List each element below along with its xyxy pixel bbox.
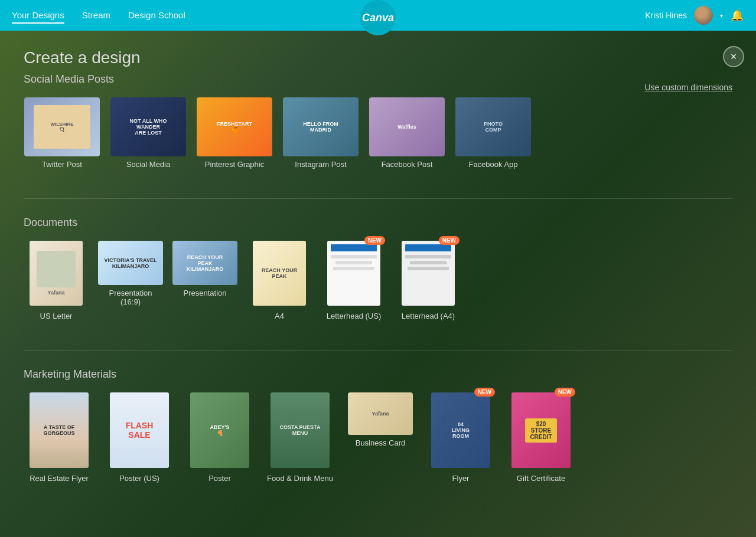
design-item-instagram[interactable]: HELLO FROMMADRID Instagram Post [282, 97, 359, 169]
label-facebook: Facebook Post [369, 160, 445, 169]
label-fooddrink: Food & Drink Menu [265, 474, 335, 483]
custom-dimensions-button[interactable]: Use custom dimensions [644, 83, 732, 92]
design-item-realestate[interactable]: A TASTE OFGORGEOUS Real Estate Flyer [24, 392, 94, 483]
design-item-social-media[interactable]: NOT ALL WHOWANDERARE LOST Social Media [110, 97, 187, 169]
avatar[interactable] [694, 6, 713, 25]
section-social: Social Media Posts WILSHIRE🍳 Twitter Pos… [24, 73, 732, 175]
canva-wordmark: Canva [362, 12, 394, 24]
thumb-usletter: Yafana [30, 241, 83, 306]
thumb-img-fbapp: PHOTOCOMP [455, 97, 531, 156]
thumb-pres169: VICTORIA'S TRAVELKILIMANJARO [98, 241, 163, 285]
thumb-img-fooddrink: COSTA PUESTAMENU [271, 392, 330, 468]
design-item-facebook[interactable]: Waffles Facebook Post [369, 97, 445, 169]
design-item-giftcert[interactable]: NEW $20STORECREDIT Gift Certificate [506, 392, 576, 483]
thumb-lha4 [402, 241, 455, 306]
thumb-img-pres: REACH YOURPEAKKILIMANJARO [172, 241, 237, 285]
label-lha4: Letterhead (A4) [396, 312, 461, 320]
design-item-lha4[interactable]: NEW Letterhead (A4) [396, 241, 461, 320]
thumb-realestate: A TASTE OFGORGEOUS [30, 392, 89, 468]
brand-logo[interactable]: Canva [360, 0, 396, 35]
section-marketing-title: Marketing Materials [24, 368, 732, 381]
thumb-img-facebook: Waffles [369, 97, 445, 156]
design-item-bizcard[interactable]: Yafana Business Card [345, 392, 416, 483]
badge-new-flyer: NEW [474, 388, 495, 397]
thumb-img-lha4 [402, 241, 455, 306]
thumb-img-flyer: 04LIVINGROOM [431, 392, 490, 468]
thumb-img-pinterest: FRESHSTART🍊 [197, 97, 272, 156]
badge-new-giftcert: NEW [555, 388, 575, 397]
thumb-img-bizcard: Yafana [348, 392, 413, 435]
label-twitter-post: Twitter Post [24, 160, 100, 169]
dropdown-arrow-icon[interactable]: ▾ [720, 12, 723, 19]
nav-stream[interactable]: Stream [82, 8, 110, 24]
user-name: Kristi Hines [645, 11, 687, 20]
thumb-img-realestate: A TASTE OFGORGEOUS [30, 392, 89, 468]
badge-new-lhus: NEW [364, 236, 385, 245]
thumb-poster: ABEY'S🍕 [190, 392, 249, 468]
divider-social [24, 198, 732, 199]
label-pres169: Presentation (16:9) [98, 289, 163, 306]
design-item-flyer[interactable]: NEW 04LIVINGROOM Flyer [425, 392, 496, 483]
thumb-img-pres169: VICTORIA'S TRAVELKILIMANJARO [98, 241, 163, 285]
label-a4: A4 [247, 312, 312, 320]
close-button[interactable]: × [723, 46, 744, 67]
thumb-pinterest: FRESHSTART🍊 [197, 97, 272, 156]
label-fbapp: Facebook App [455, 160, 532, 169]
design-item-poster-us[interactable]: FLASHSALE Poster (US) [104, 392, 175, 483]
design-item-pres[interactable]: REACH YOURPEAKKILIMANJARO Presentation [172, 241, 237, 320]
label-flyer: Flyer [425, 474, 496, 483]
thumb-img-instagram: HELLO FROMMADRID [283, 97, 359, 156]
thumb-img-poster: ABEY'S🍕 [190, 392, 249, 468]
design-item-fbapp[interactable]: PHOTOCOMP Facebook App [455, 97, 532, 169]
label-pinterest: Pinterest Graphic [196, 160, 273, 169]
nav-right: Kristi Hines ▾ 🔔 [645, 6, 744, 25]
design-item-pres169[interactable]: VICTORIA'S TRAVELKILIMANJARO Presentatio… [98, 241, 163, 320]
section-docs-title: Documents [24, 217, 732, 229]
thumb-img-lhus [327, 241, 380, 306]
thumb-facebook: Waffles [369, 97, 445, 156]
label-usletter: US Letter [24, 312, 89, 320]
label-poster: Poster [184, 474, 255, 483]
design-item-a4[interactable]: REACH YOUR PEAK A4 [247, 241, 312, 320]
thumb-img-poster-us: FLASHSALE [110, 392, 169, 468]
nav-your-designs[interactable]: Your Designs [12, 8, 64, 24]
design-item-usletter[interactable]: Yafana US Letter [24, 241, 89, 320]
design-item-pinterest[interactable]: FRESHSTART🍊 Pinterest Graphic [196, 97, 273, 169]
nav-design-school[interactable]: Design School [128, 8, 185, 24]
divider-docs [24, 350, 732, 351]
thumb-img-social: NOT ALL WHOWANDERARE LOST [110, 97, 186, 156]
docs-items-grid: Yafana US Letter VICTORIA'S TRAVELKILIMA… [24, 241, 732, 326]
thumb-lhus [327, 241, 380, 306]
thumb-social-media: NOT ALL WHOWANDERARE LOST [110, 97, 186, 156]
label-social-media: Social Media [110, 160, 187, 169]
thumb-img-giftcert: $20STORECREDIT [511, 392, 571, 468]
label-instagram: Instagram Post [282, 160, 359, 169]
design-item-lhus[interactable]: NEW Letterhead (US) [321, 241, 386, 320]
section-documents: Documents Yafana US Letter [24, 217, 732, 326]
avatar-image [694, 6, 713, 25]
label-poster-us: Poster (US) [104, 474, 175, 483]
main-content: Create a design Use custom dimensions So… [0, 31, 756, 537]
thumb-fooddrink: COSTA PUESTAMENU [271, 392, 330, 468]
section-social-title: Social Media Posts [24, 73, 732, 86]
thumb-instagram: HELLO FROMMADRID [283, 97, 359, 156]
thumb-img-usletter: Yafana [30, 241, 83, 306]
page-title: Create a design [24, 48, 732, 67]
design-item-fooddrink[interactable]: COSTA PUESTAMENU Food & Drink Menu [265, 392, 335, 483]
label-giftcert: Gift Certificate [506, 474, 576, 483]
thumb-bizcard: Yafana [348, 392, 413, 435]
thumb-a4: REACH YOUR PEAK [253, 241, 306, 306]
social-items-grid: WILSHIRE🍳 Twitter Post NOT ALL WHOWANDER… [24, 97, 732, 175]
thumb-twitter-post: WILSHIRE🍳 [24, 97, 100, 156]
thumb-pres: REACH YOURPEAKKILIMANJARO [172, 241, 237, 285]
label-pres: Presentation [172, 289, 237, 297]
label-realestate: Real Estate Flyer [24, 474, 94, 483]
marketing-items-grid: A TASTE OFGORGEOUS Real Estate Flyer FLA… [24, 392, 732, 489]
section-marketing: Marketing Materials A TASTE OFGORGEOUS R… [24, 368, 732, 489]
design-item-twitter-post[interactable]: WILSHIRE🍳 Twitter Post [24, 97, 100, 169]
design-item-poster[interactable]: ABEY'S🍕 Poster [184, 392, 255, 483]
thumb-giftcert: $20STORECREDIT [511, 392, 571, 468]
thumb-flyer: 04LIVINGROOM [431, 392, 490, 468]
label-bizcard: Business Card [345, 438, 416, 447]
notification-icon[interactable]: 🔔 [730, 8, 744, 22]
